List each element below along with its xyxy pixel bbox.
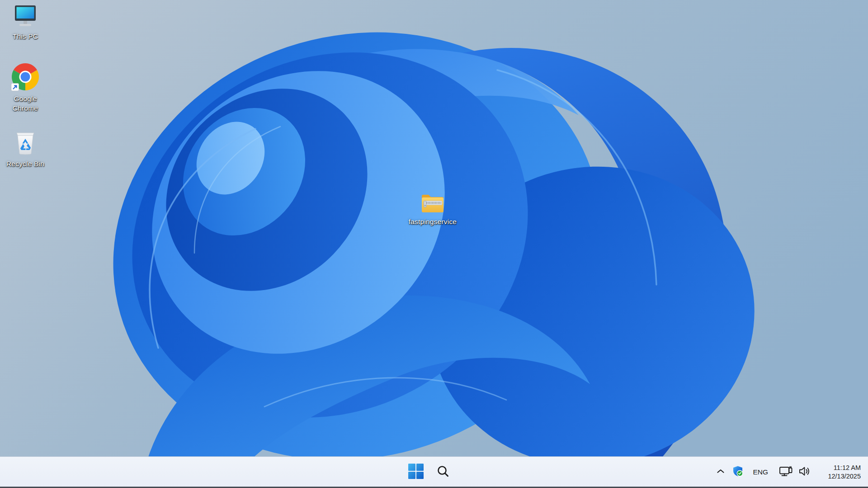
desktop-shortcut-google-chrome[interactable]: Google Chrome — [4, 62, 47, 113]
language-indicator[interactable]: ENG — [748, 461, 773, 483]
desktop-shortcut-label: Recycle Bin — [6, 159, 44, 169]
windows-start-icon — [408, 463, 424, 481]
this-pc-monitor-icon — [12, 5, 38, 29]
taskbar-center-buttons — [406, 457, 453, 487]
wired-network-icon — [779, 465, 793, 479]
recycle-bin-icon — [13, 129, 38, 156]
search-icon — [436, 465, 450, 479]
desktop-item-fastpingservice[interactable]: fastpingservice — [407, 192, 458, 226]
taskbar: ENG — [0, 456, 868, 488]
tray-hidden-icons-button[interactable] — [714, 461, 727, 483]
google-chrome-icon — [11, 62, 40, 91]
desktop-shortcut-this-pc[interactable]: This PC — [4, 5, 47, 41]
windows-security-button[interactable] — [729, 461, 746, 483]
language-label: ENG — [753, 468, 768, 476]
desktop-item-label: fastpingservice — [407, 217, 458, 226]
desktop-shortcut-recycle-bin[interactable]: Recycle Bin — [4, 129, 47, 169]
start-button[interactable] — [406, 461, 426, 483]
search-button[interactable] — [433, 461, 453, 483]
windows-security-shield-icon — [732, 465, 744, 479]
network-volume-button[interactable] — [774, 461, 816, 483]
clock-time: 11:12 AM — [834, 464, 861, 472]
desktop-shortcut-label: This PC — [13, 32, 38, 41]
clock-date: 12/13/2025 — [828, 472, 861, 481]
zipped-folder-icon — [420, 192, 446, 214]
desktop-shortcut-label: Google Chrome — [4, 94, 47, 113]
chevron-up-icon — [717, 469, 725, 475]
desktop-screen: This PC Google Chrome — [0, 0, 868, 488]
wallpaper-windows-bloom — [0, 0, 868, 488]
speaker-icon — [798, 466, 811, 478]
clock[interactable]: 11:12 AM 12/13/2025 — [817, 461, 864, 483]
system-tray: ENG — [714, 457, 864, 487]
